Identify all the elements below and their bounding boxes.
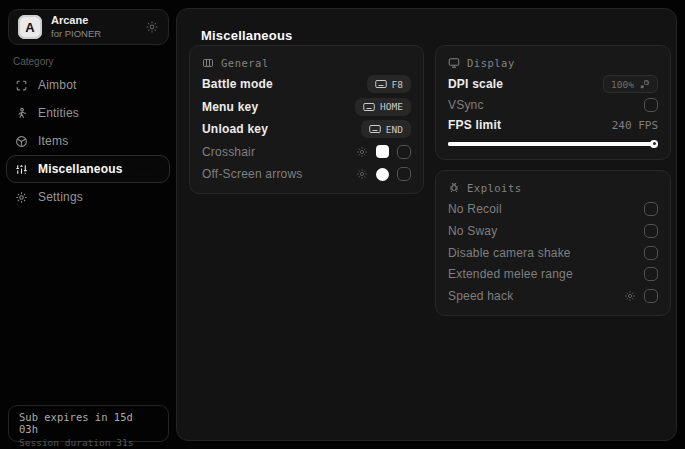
main-panel: Miscellaneous General Battle mode [176, 8, 677, 441]
sidebar-item-label: Settings [38, 190, 83, 204]
dpi-scale-row: DPI scale 100% [448, 74, 658, 94]
gear-icon[interactable] [356, 146, 368, 158]
no-sway-row: No Sway [448, 221, 658, 241]
battle-mode-label: Battle mode [202, 77, 273, 91]
speed-hack-label: Speed hack [448, 289, 513, 303]
gear-icon [15, 191, 28, 204]
vsync-row: VSync [448, 95, 658, 115]
keyboard-icon [363, 102, 375, 112]
menu-key-row: Menu key HOME [202, 97, 411, 117]
display-card: Display DPI scale 100% [435, 45, 671, 160]
disable-camera-shake-checkbox[interactable] [644, 246, 658, 260]
unload-key-row: Unload key END [202, 119, 411, 139]
no-sway-checkbox[interactable] [644, 224, 658, 238]
sidebar-item-label: Aimbot [38, 78, 77, 92]
app-logo: A [18, 15, 42, 39]
sidebar-item-settings[interactable]: Settings [6, 183, 170, 211]
sidebar-item-label: Items [38, 134, 68, 148]
crosshair-row: Crosshair [202, 142, 411, 162]
speed-hack-checkbox[interactable] [644, 289, 658, 303]
sidebar-item-label: Miscellaneous [38, 162, 123, 176]
display-header: Display [448, 55, 658, 71]
fps-limit-label: FPS limit [448, 118, 501, 132]
general-header-label: General [221, 57, 269, 69]
dpi-scale-control[interactable]: 100% [603, 75, 658, 93]
monitor-icon [448, 57, 460, 69]
app-header: A Arcane for PIONER [8, 9, 169, 45]
person-icon [15, 107, 28, 120]
no-recoil-label: No Recoil [448, 202, 502, 216]
extended-melee-range-checkbox[interactable] [644, 267, 658, 281]
keybind-value: END [386, 124, 403, 135]
crosshair-label: Crosshair [202, 145, 255, 159]
app-subtitle: for PIONER [51, 28, 101, 40]
sliders-icon [15, 163, 28, 176]
app-title-block: Arcane for PIONER [51, 14, 101, 40]
sidebar-nav: Aimbot Entities Items [6, 71, 170, 211]
offscreen-arrows-row: Off-Screen arrows [202, 164, 411, 184]
dpi-scale-label: DPI scale [448, 77, 503, 91]
dpi-scale-value: 100% [611, 79, 634, 90]
extended-melee-range-label: Extended melee range [448, 267, 573, 281]
fps-limit-slider[interactable] [448, 138, 658, 150]
disable-camera-shake-row: Disable camera shake [448, 243, 658, 263]
gear-icon[interactable] [356, 168, 368, 180]
keyboard-icon [369, 124, 381, 134]
gear-icon[interactable] [624, 290, 636, 302]
fps-limit-value: 240 FPS [612, 119, 658, 132]
offscreen-arrows-color-swatch[interactable] [376, 168, 389, 181]
extended-melee-range-row: Extended melee range [448, 264, 658, 284]
vsync-checkbox[interactable] [644, 98, 658, 112]
category-label: Category [13, 56, 54, 67]
keybind-value: HOME [380, 101, 403, 112]
sidebar-item-label: Entities [38, 106, 79, 120]
sidebar: A Arcane for PIONER Category Aimbot [0, 0, 176, 449]
slider-fill [448, 142, 658, 146]
gear-icon[interactable] [145, 20, 159, 34]
sidebar-item-aimbot[interactable]: Aimbot [6, 71, 170, 99]
vsync-label: VSync [448, 98, 484, 112]
layout-icon [202, 57, 214, 69]
menu-key-label: Menu key [202, 100, 258, 114]
session-duration-text: Session duration 31s [19, 437, 158, 448]
watermark-dots: ······· [126, 170, 159, 179]
slider-handle[interactable] [650, 140, 658, 148]
offscreen-arrows-label: Off-Screen arrows [202, 167, 303, 181]
battle-mode-keybind[interactable]: F8 [367, 75, 411, 93]
no-sway-label: No Sway [448, 224, 497, 238]
exploits-header: Exploits [448, 180, 658, 196]
keybind-value: F8 [392, 79, 403, 90]
offscreen-arrows-checkbox[interactable] [397, 167, 411, 181]
bug-icon [448, 182, 460, 194]
general-header: General [202, 55, 411, 71]
fps-limit-row: FPS limit 240 FPS [448, 115, 658, 135]
general-card: General Battle mode F8 Menu [189, 45, 424, 194]
keyboard-icon [375, 79, 387, 89]
sidebar-item-items[interactable]: Items [6, 127, 170, 155]
unload-key-label: Unload key [202, 122, 268, 136]
menu-key-keybind[interactable]: HOME [355, 98, 411, 116]
box-icon [15, 135, 28, 148]
crosshair-color-swatch[interactable] [376, 145, 389, 158]
exploits-card: Exploits No Recoil No Sway Disable camer… [435, 170, 671, 316]
page-title: Miscellaneous [201, 28, 292, 43]
exploits-header-label: Exploits [467, 182, 522, 194]
unload-key-keybind[interactable]: END [361, 120, 411, 138]
app-name: Arcane [51, 14, 101, 28]
sidebar-item-entities[interactable]: Entities [6, 99, 170, 127]
scan-icon [15, 79, 28, 92]
scale-icon [639, 79, 650, 90]
disable-camera-shake-label: Disable camera shake [448, 246, 571, 260]
no-recoil-row: No Recoil [448, 199, 658, 219]
speed-hack-row: Speed hack [448, 286, 658, 306]
crosshair-checkbox[interactable] [397, 145, 411, 159]
subscription-info: Sub expires in 15d 03h Session duration … [8, 405, 169, 442]
sidebar-item-miscellaneous[interactable]: Miscellaneous ······· [6, 155, 170, 183]
sub-expires-text: Sub expires in 15d 03h [19, 411, 158, 435]
display-header-label: Display [467, 57, 515, 69]
battle-mode-row: Battle mode F8 [202, 74, 411, 94]
no-recoil-checkbox[interactable] [644, 202, 658, 216]
